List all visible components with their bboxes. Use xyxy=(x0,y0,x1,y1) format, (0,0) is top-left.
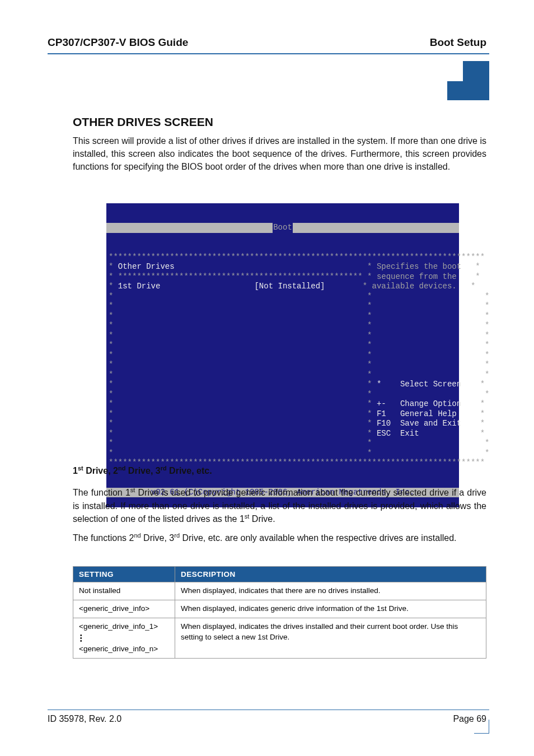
bios-title: Boot xyxy=(273,223,293,233)
table-row: <generic_drive_info_1> ••• <generic_driv… xyxy=(73,618,486,658)
body-paragraph-3: The functions 2nd Drive, 3rd Drive, etc.… xyxy=(73,531,486,545)
bios-key-f1: F1 xyxy=(377,409,386,418)
bios-panel-title: Other Drives xyxy=(118,262,175,271)
table-header-setting: SETTING xyxy=(73,567,175,582)
bios-key-f10: F10 xyxy=(377,419,391,428)
bios-field-label: 1st Drive xyxy=(118,282,161,291)
settings-table: SETTING DESCRIPTION Not installed When d… xyxy=(73,566,486,659)
bios-help-1: Specifies the boot xyxy=(377,262,461,271)
table-cell: Not installed xyxy=(73,582,175,600)
section-title: OTHER DRIVES SCREEN xyxy=(73,115,213,129)
bottom-rule xyxy=(48,710,489,710)
vertical-dots-icon: ••• xyxy=(80,634,169,642)
bios-screenshot: Boot ***********************************… xyxy=(106,203,459,507)
table-cell: <generic_drive_info_1> ••• <generic_driv… xyxy=(73,618,175,658)
body-paragraph: This screen will provide a list of other… xyxy=(73,134,486,174)
table-header-description: DESCRIPTION xyxy=(175,567,486,582)
bios-key-esc: ESC xyxy=(377,429,391,438)
footer-left: ID 35978, Rev. 2.0 xyxy=(48,714,121,724)
body-paragraph-2: The function 1st Drive is used to provid… xyxy=(73,486,486,525)
corner-logo xyxy=(447,61,489,100)
table-cell: When displayed, indicates that there are… xyxy=(175,582,486,600)
bios-field-value: [Not Installed] xyxy=(254,282,325,291)
table-cell: <generic_drive_info> xyxy=(73,600,175,618)
bios-key-arrow: * xyxy=(377,380,381,389)
bios-help-3: available devices. xyxy=(372,282,457,291)
bios-title-bar: Boot xyxy=(106,223,459,233)
table-row: <generic_drive_info> When displayed, ind… xyxy=(73,600,486,618)
subtitle: 1st Drive, 2nd Drive, 3rd Drive, etc. xyxy=(73,465,212,476)
bios-key-pm: +- xyxy=(377,399,386,408)
table-cell: When displayed, indicates generic drive … xyxy=(175,600,486,618)
page-corner-mark xyxy=(474,720,489,734)
header-left: CP307/CP307-V BIOS Guide xyxy=(48,36,188,49)
bios-help-2: sequence from the xyxy=(377,272,457,281)
bios-nav-change: Change Option xyxy=(400,399,461,408)
table-cell: When displayed, indicates the drives ins… xyxy=(175,618,486,658)
bios-body: ****************************************… xyxy=(106,253,459,468)
table-row: Not installed When displayed, indicates … xyxy=(73,582,486,600)
header-right: Boot Setup xyxy=(430,36,486,49)
bios-nav-exit: Exit xyxy=(400,429,419,438)
bios-nav-help: General Help xyxy=(400,409,457,418)
top-rule xyxy=(48,53,489,54)
bios-nav-select: Select Screen xyxy=(400,380,461,389)
bios-nav-save: Save and Exit xyxy=(400,419,461,428)
